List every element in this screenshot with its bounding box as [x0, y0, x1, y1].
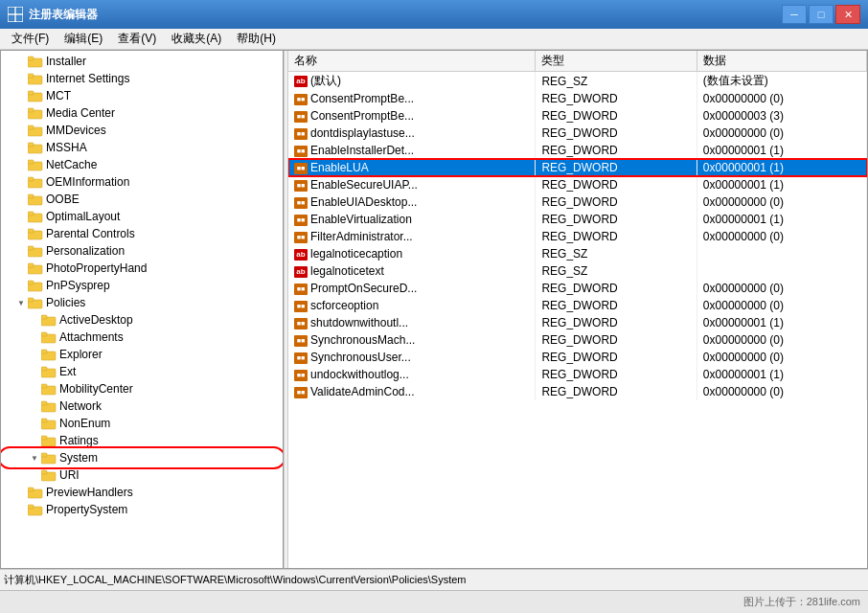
registry-type-cell: REG_DWORD — [536, 125, 697, 142]
registry-data-cell: 0x00000001 (1) — [697, 211, 866, 228]
watermark-text: 图片上传于：281life.com — [743, 595, 860, 609]
tree-item-label: PnPSysprep — [46, 279, 110, 292]
table-row[interactable]: ■■scforceoptionREG_DWORD0x00000000 (0) — [288, 297, 867, 314]
svg-rect-33 — [28, 298, 34, 302]
tree-item-optimallayout[interactable]: OptimalLayout — [1, 208, 283, 225]
table-row[interactable]: ablegalnoticetextREG_SZ — [288, 262, 867, 280]
registry-type-cell: REG_DWORD — [536, 331, 697, 349]
tree-item-activedesktop[interactable]: ActiveDesktop — [1, 311, 283, 329]
table-row[interactable]: ■■ConsentPromptBe...REG_DWORD0x00000003 … — [288, 107, 867, 125]
tree-expand-icon: ▼ — [28, 451, 41, 465]
svg-rect-23 — [28, 212, 34, 216]
close-button[interactable]: ✕ — [835, 5, 860, 24]
maximize-button[interactable]: □ — [809, 5, 834, 24]
table-row[interactable]: ■■EnableInstallerDet...REG_DWORD0x000000… — [288, 142, 867, 159]
registry-name-cell: ■■SynchronousMach... — [288, 331, 536, 349]
table-row[interactable]: ■■PromptOnSecureD...REG_DWORD0x00000000 … — [288, 280, 867, 297]
tree-expand-icon — [28, 348, 41, 361]
bottom-bar: 图片上传于：281life.com — [0, 590, 868, 613]
tree-item-nonenum[interactable]: NonEnum — [1, 415, 283, 432]
tree-item-personalization[interactable]: Personalization — [1, 242, 283, 260]
folder-icon — [41, 365, 57, 378]
col-header-data: 数据 — [697, 51, 866, 72]
tree-panel[interactable]: Installer Internet Settings MCT Media Ce… — [1, 51, 284, 568]
table-row[interactable]: ■■undockwithoutlog...REG_DWORD0x00000001… — [288, 366, 867, 383]
tree-item-mobilitycenter[interactable]: MobilityCenter — [1, 380, 283, 397]
menu-edit[interactable]: 编辑(E) — [57, 29, 110, 49]
registry-name-cell: ablegalnoticecaption — [288, 245, 536, 262]
table-row[interactable]: ■■dontdisplaylastuse...REG_DWORD0x000000… — [288, 125, 867, 142]
folder-icon — [41, 330, 57, 344]
tree-item-photopropertyhand[interactable]: PhotoPropertyHand — [1, 260, 283, 277]
registry-data-cell: 0x00000000 (0) — [697, 297, 866, 314]
tree-item-mssha[interactable]: MSSHA — [1, 139, 283, 156]
folder-icon — [41, 399, 57, 413]
table-row[interactable]: ■■EnableLUAREG_DWORD0x00000001 (1) — [288, 159, 867, 176]
menu-file[interactable]: 文件(F) — [4, 29, 57, 49]
menu-favorites[interactable]: 收藏夹(A) — [164, 29, 229, 49]
tree-item-propertysystem[interactable]: PropertySystem — [1, 501, 283, 518]
table-header-row: 名称 类型 数据 — [288, 51, 867, 72]
tree-item-mmdevices[interactable]: MMDevices — [1, 122, 283, 139]
tree-item-netcache[interactable]: NetCache — [1, 156, 283, 173]
tree-item-media-center[interactable]: Media Center — [1, 104, 283, 122]
table-row[interactable]: ■■FilterAdministrator...REG_DWORD0x00000… — [288, 228, 867, 245]
tree-item-internet-settings[interactable]: Internet Settings — [1, 70, 283, 87]
registry-data-cell: 0x00000000 (0) — [697, 331, 866, 349]
tree-expand-icon — [28, 313, 41, 327]
folder-icon — [28, 244, 43, 258]
status-path: 计算机\HKEY_LOCAL_MACHINE\SOFTWARE\Microsof… — [4, 573, 467, 587]
tree-item-uri[interactable]: URI — [1, 466, 283, 484]
registry-name-cell: ab(默认) — [288, 72, 536, 91]
registry-data-cell: 0x00000001 (1) — [697, 159, 866, 176]
tree-item-network[interactable]: Network — [1, 397, 283, 415]
menu-view[interactable]: 查看(V) — [110, 29, 164, 49]
folder-icon — [28, 210, 43, 223]
registry-type-cell: REG_SZ — [536, 262, 697, 280]
registry-data-cell: 0x00000000 (0) — [697, 90, 866, 107]
table-row[interactable]: ■■EnableUIADesktop...REG_DWORD0x00000000… — [288, 193, 867, 211]
svg-rect-43 — [41, 384, 47, 388]
svg-rect-49 — [41, 436, 47, 440]
app-title: 注册表编辑器 — [29, 7, 782, 23]
registry-type-cell: REG_DWORD — [536, 159, 697, 176]
menu-help[interactable]: 帮助(H) — [229, 29, 284, 49]
table-row[interactable]: ablegalnoticecaptionREG_SZ — [288, 245, 867, 262]
table-row[interactable]: ■■ValidateAdminCod...REG_DWORD0x00000000… — [288, 383, 867, 400]
tree-item-attachments[interactable]: Attachments — [1, 329, 283, 346]
table-row[interactable]: ■■shutdownwithoutl...REG_DWORD0x00000001… — [288, 314, 867, 331]
table-row[interactable]: ab(默认)REG_SZ(数值未设置) — [288, 72, 867, 91]
svg-rect-2 — [9, 15, 14, 21]
app-icon — [8, 7, 23, 22]
table-row[interactable]: ■■ConsentPromptBe...REG_DWORD0x00000000 … — [288, 90, 867, 107]
registry-type-cell: REG_DWORD — [536, 366, 697, 383]
table-row[interactable]: ■■EnableSecureUIAP...REG_DWORD0x00000001… — [288, 176, 867, 193]
tree-item-label: MCT — [46, 89, 71, 102]
tree-item-pnpsysprep[interactable]: PnPSysprep — [1, 277, 283, 294]
tree-item-ratings[interactable]: Ratings — [1, 432, 283, 449]
minimize-button[interactable]: ─ — [782, 5, 807, 24]
table-row[interactable]: ■■EnableVirtualizationREG_DWORD0x0000000… — [288, 211, 867, 228]
tree-item-previewhandlers[interactable]: PreviewHandlers — [1, 484, 283, 501]
tree-item-label: Installer — [46, 55, 86, 68]
tree-item-mct[interactable]: MCT — [1, 87, 283, 104]
svg-rect-35 — [41, 315, 47, 319]
tree-item-policies[interactable]: ▼ Policies — [1, 294, 283, 311]
table-row[interactable]: ■■SynchronousMach...REG_DWORD0x00000000 … — [288, 331, 867, 349]
tree-item-parental-controls[interactable]: Parental Controls — [1, 225, 283, 242]
values-panel[interactable]: 名称 类型 数据 ab(默认)REG_SZ(数值未设置)■■ConsentPro… — [288, 51, 867, 568]
svg-rect-11 — [28, 108, 34, 112]
table-row[interactable]: ■■SynchronousUser...REG_DWORD0x00000000 … — [288, 349, 867, 366]
registry-data-cell: (数值未设置) — [697, 72, 866, 91]
tree-item-installer[interactable]: Installer — [1, 53, 283, 70]
tree-item-oeminformation[interactable]: OEMInformation — [1, 173, 283, 191]
tree-item-system[interactable]: ▼ System — [1, 449, 283, 466]
col-header-type: 类型 — [536, 51, 697, 72]
tree-item-ext[interactable]: Ext — [1, 363, 283, 380]
registry-name-cell: ■■SynchronousUser... — [288, 349, 536, 366]
svg-rect-37 — [41, 332, 47, 336]
tree-item-oobe[interactable]: OOBE — [1, 191, 283, 208]
registry-name-cell: ■■ConsentPromptBe... — [288, 107, 536, 125]
registry-type-cell: REG_DWORD — [536, 142, 697, 159]
tree-item-explorer[interactable]: Explorer — [1, 346, 283, 363]
